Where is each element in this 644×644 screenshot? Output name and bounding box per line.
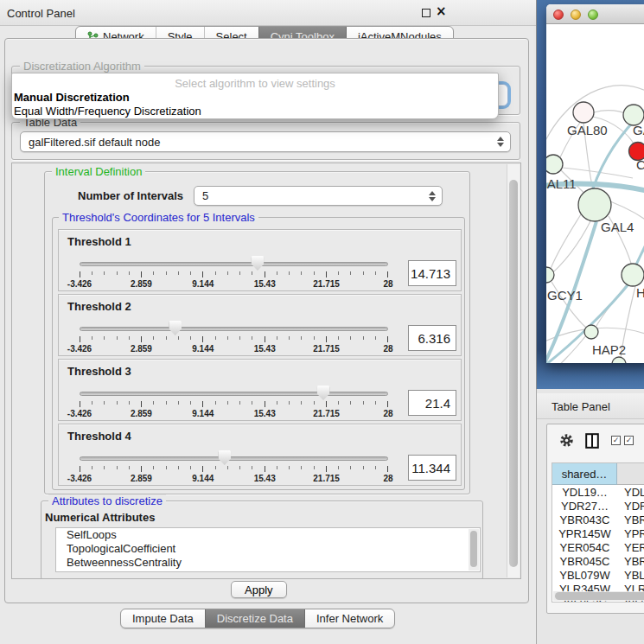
threshold-2-slider-thumb[interactable]	[169, 321, 182, 335]
network-window-titlebar[interactable]	[546, 4, 644, 24]
threshold-3-label: Threshold 3	[67, 365, 131, 378]
tab-impute-data[interactable]: Impute Data	[121, 609, 205, 628]
attributes-group: Attributes to discretize Numerical Attri…	[41, 501, 483, 579]
threshold-2-slider[interactable]: -3.426 2.859 9.144 15.43 21.715 28	[80, 321, 388, 355]
threshold-4-value-field[interactable]: 11.344	[408, 455, 456, 481]
cell[interactable]: YDR27…	[552, 499, 617, 513]
apply-button[interactable]: Apply	[231, 581, 287, 598]
node-label: GCY1	[547, 288, 583, 303]
list-item[interactable]: TopologicalCoefficient	[56, 542, 480, 556]
tab-infer-network[interactable]: Infer Network	[304, 609, 394, 628]
network-canvas[interactable]: GAL80 GA C GAL11 GAL4 GCY1 H HAP2	[546, 24, 644, 363]
float-panel-icon[interactable]	[422, 9, 430, 17]
node-label: GAL80	[567, 123, 608, 137]
node-h[interactable]	[622, 264, 644, 286]
threshold-1-value-field[interactable]: 14.713	[408, 260, 456, 286]
window-zoom-button[interactable]	[588, 10, 598, 20]
cell[interactable]: YDL1	[617, 485, 644, 499]
table-panel-titlebar: Table Panel	[537, 393, 644, 419]
node-table: shared… na YDL19…YDL1 YDR27…YDR2 YBR043C…	[552, 462, 644, 603]
attributes-group-title: Attributes to discretize	[48, 494, 166, 507]
table-row[interactable]: YER054CYER0	[552, 540, 644, 554]
algorithm-dropdown-popup: Select algorithm to view settings Manual…	[11, 73, 499, 119]
cell[interactable]: YPR145W	[552, 526, 617, 540]
table-row[interactable]: YBR043CYBR0	[552, 513, 644, 526]
numerical-attributes-label: Numerical Attributes	[45, 511, 155, 524]
screen: Control Panel × Network Style Select Cyn…	[0, 0, 644, 644]
threshold-1-slider-thumb[interactable]	[251, 256, 264, 271]
scrollbar-thumb[interactable]	[509, 180, 518, 567]
numerical-attributes-list[interactable]: SelfLoops TopologicalCoefficient Between…	[55, 527, 481, 572]
cell[interactable]: YBR045C	[552, 554, 617, 568]
node-label: GAL4	[601, 220, 634, 234]
table-row[interactable]: YBR045CYBR0	[552, 554, 644, 568]
window-minimize-button[interactable]	[571, 10, 581, 20]
cell[interactable]: YBL079W	[552, 568, 617, 582]
threshold-4-slider[interactable]: -3.426 2.859 9.144 15.43 21.715 28	[80, 450, 388, 485]
tick-label: -3.426	[67, 409, 92, 418]
node-gal11[interactable]	[546, 155, 563, 174]
node-gcy1[interactable]	[546, 267, 554, 283]
node-hap2[interactable]	[584, 325, 598, 339]
dropdown-item-manual-discretization[interactable]: Manual Discretization	[14, 91, 130, 104]
slider-track	[80, 392, 388, 396]
column-header-shared-name[interactable]: shared…	[552, 463, 617, 485]
tab-discretize-data-label: Discretize Data	[217, 612, 293, 625]
list-scrollbar[interactable]	[469, 529, 479, 571]
tick-label: 15.43	[254, 279, 276, 289]
node-label: C	[636, 157, 644, 172]
settings-scrollbar[interactable]	[507, 164, 520, 577]
cell[interactable]: YDL19…	[552, 485, 617, 499]
number-of-intervals-combobox[interactable]: 5	[194, 186, 443, 206]
node-label: H	[636, 285, 644, 300]
threshold-1-label: Threshold 1	[67, 235, 131, 248]
cell[interactable]: YBR0	[617, 513, 644, 526]
tick-label: -3.426	[67, 474, 92, 483]
cell[interactable]: YDR2	[617, 499, 644, 513]
gear-icon[interactable]	[559, 433, 574, 448]
node-table-panel: ✓ ✓ shared… na YDL19…YDL1 YDR27…YDR2 YBR…	[546, 424, 644, 614]
threshold-3-slider[interactable]: -3.426 2.859 9.144 15.43 21.715 28	[80, 386, 388, 420]
cell[interactable]: YER054C	[552, 540, 617, 554]
cell[interactable]: YER0	[617, 540, 644, 554]
table-data-combobox[interactable]: galFiltered.sif default node	[20, 131, 511, 152]
checkbox-icon[interactable]: ✓	[611, 436, 621, 445]
table-row[interactable]: YDR27…YDR2	[552, 499, 644, 513]
dropdown-placeholder-item[interactable]: Select algorithm to view settings	[12, 77, 498, 90]
node-bottom[interactable]	[612, 357, 626, 363]
checkbox-icon[interactable]: ✓	[624, 436, 634, 445]
cell[interactable]: YPR1	[617, 526, 644, 540]
threshold-4-slider-thumb[interactable]	[218, 450, 231, 465]
tick-label: 21.715	[313, 344, 340, 354]
slider-tick-labels: -3.426 2.859 9.144 15.43 21.715 28	[80, 344, 388, 354]
cyni-mode-tabs: Impute Data Discretize Data Infer Networ…	[120, 609, 395, 628]
table-row[interactable]: YBL079WYBL0	[552, 568, 644, 582]
table-row[interactable]: YPR145WYPR1	[552, 526, 644, 540]
threshold-4-label: Threshold 4	[67, 430, 131, 443]
threshold-1-slider[interactable]: -3.426 2.859 9.144 15.43 21.715 28	[80, 256, 388, 290]
threshold-2-value-field[interactable]: 6.316	[408, 325, 456, 351]
cell[interactable]: YBR043C	[552, 513, 617, 526]
node-gal4[interactable]	[578, 188, 611, 221]
table-horizontal-scrollbar[interactable]	[553, 591, 644, 601]
cell[interactable]: YBL0	[617, 568, 644, 582]
scrollbar-thumb[interactable]	[555, 592, 644, 600]
threshold-1-box: Threshold 1 -3.426 2.859 9.144 15.43	[58, 229, 462, 291]
list-item[interactable]: BetweennessCentrality	[56, 556, 480, 570]
threshold-2-label: Threshold 2	[67, 300, 131, 313]
node-gal80[interactable]	[573, 102, 594, 123]
threshold-3-slider-thumb[interactable]	[317, 386, 330, 400]
window-close-button[interactable]	[553, 10, 564, 20]
table-panel: Table Panel ✓ ✓ shared… na	[536, 389, 644, 644]
close-panel-icon[interactable]: ×	[436, 3, 447, 19]
table-row[interactable]: YDL19…YDL1	[552, 485, 644, 499]
threshold-3-value-field[interactable]: 21.4	[408, 390, 456, 416]
tick-label: 9.144	[192, 344, 214, 354]
list-item[interactable]: SelfLoops	[56, 528, 480, 542]
column-layout-icon[interactable]	[585, 433, 599, 449]
dropdown-item-equal-width-frequency[interactable]: Equal Width/Frequency Discretization	[14, 105, 201, 118]
tick-label: 9.144	[192, 409, 214, 418]
column-header-name[interactable]: na	[617, 463, 644, 485]
tab-discretize-data[interactable]: Discretize Data	[205, 609, 304, 628]
cell[interactable]: YBR0	[617, 554, 644, 568]
